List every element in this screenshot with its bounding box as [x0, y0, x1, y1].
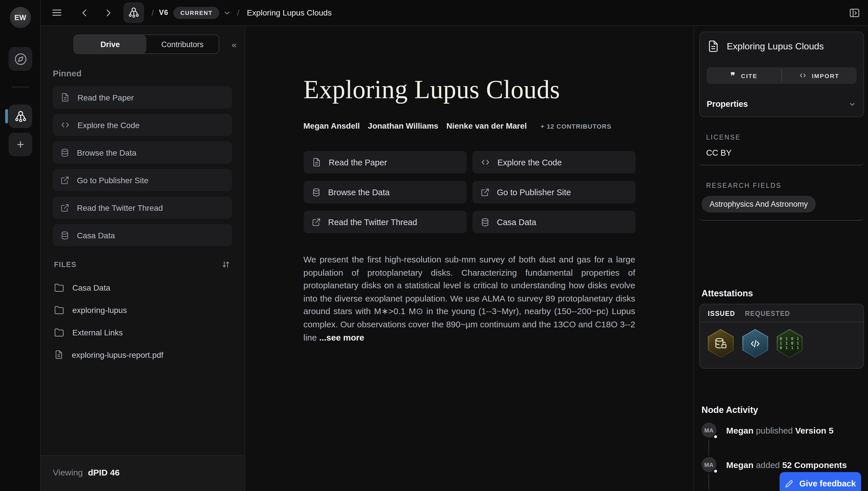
pinned-heading: Pinned: [53, 68, 244, 78]
main-content: Exploring Lupus Clouds Megan Ansdell Jon…: [245, 26, 693, 491]
sidebar-footer: Viewing dPID 46: [41, 455, 244, 491]
rail-divider: [11, 87, 29, 87]
new-node-button[interactable]: +: [9, 133, 32, 156]
file-row-exploring-lupus[interactable]: exploring-lupus: [54, 299, 232, 321]
files-heading: FILES: [54, 260, 77, 268]
pinned-item-label: Browse the Data: [77, 148, 136, 157]
open-data-badge[interactable]: [708, 329, 734, 358]
folder-icon: [54, 327, 64, 337]
external-link-icon: [60, 203, 69, 212]
pinned-item-explore-the-code[interactable]: Explore the Code: [53, 114, 232, 136]
file-row-external-links[interactable]: External Links: [54, 321, 232, 343]
code-slash-icon: [749, 337, 761, 349]
file-row-report-pdf[interactable]: exploring-lupus-report.pdf: [54, 343, 232, 366]
breadcrumb-separator: /: [237, 8, 239, 17]
author-name[interactable]: Nienke van der Marel: [446, 121, 527, 131]
database-icon: [60, 231, 69, 240]
go-to-publisher-site-button[interactable]: Go to Publisher Site: [472, 181, 635, 203]
version-dropdown-icon[interactable]: [223, 8, 231, 17]
back-button[interactable]: [79, 7, 90, 18]
pinned-item-label: Go to Publisher Site: [77, 175, 148, 184]
panel-node-title: Exploring Lupus Clouds: [727, 41, 824, 51]
pinned-item-label: Explore the Code: [78, 120, 140, 129]
pinned-item-label: Read the Paper: [78, 93, 134, 102]
version-badge[interactable]: CURRENT: [173, 7, 219, 19]
binary-badge[interactable]: 0 1 0 11 1 0 10 1 1 1: [777, 329, 803, 358]
code-icon: [799, 72, 807, 79]
author-name[interactable]: Megan Ansdell: [303, 121, 360, 131]
pinned-item-go-to-publisher-site[interactable]: Go to Publisher Site: [53, 169, 232, 191]
plus-icon: +: [17, 137, 24, 152]
action-label: Browse the Data: [328, 187, 390, 197]
action-label: Read the Twitter Thread: [328, 218, 417, 227]
abstract-body: We present the first high-resolution sub…: [303, 254, 635, 342]
app-window: EW + / V6 CURRENT / Exploring Lupus Clou…: [0, 0, 868, 491]
casa-data-button[interactable]: Casa Data: [472, 211, 635, 233]
breadcrumb-title: Exploring Lupus Clouds: [247, 8, 332, 17]
tab-issued[interactable]: ISSUED: [708, 310, 735, 317]
sort-icon[interactable]: [221, 260, 231, 269]
author-name[interactable]: Jonathan Williams: [368, 121, 439, 131]
pinned-item-browse-the-data[interactable]: Browse the Data: [53, 141, 232, 164]
code-icon: [480, 157, 490, 167]
active-nav-indicator: [5, 109, 8, 123]
explore-nav-button[interactable]: [9, 47, 32, 70]
open-code-badge[interactable]: [742, 329, 768, 358]
import-button[interactable]: IMPORT: [782, 67, 857, 84]
give-feedback-button[interactable]: Give feedback: [780, 472, 861, 491]
see-more-link[interactable]: ...see more: [319, 332, 364, 342]
viewing-label: Viewing: [53, 467, 83, 477]
pinned-list: Read the Paper Explore the Code Browse t…: [53, 86, 232, 247]
file-name: Casa Data: [72, 283, 110, 292]
menu-icon[interactable]: [51, 7, 63, 18]
file-name: External Links: [72, 328, 123, 337]
cite-button[interactable]: ❞ CITE: [707, 67, 781, 84]
node-home-button[interactable]: [123, 2, 144, 23]
chevron-down-icon: [848, 99, 857, 108]
node-activity-heading: Node Activity: [701, 405, 868, 415]
breadcrumb-separator: /: [152, 8, 154, 17]
research-field-chip[interactable]: Astrophysics And Astronomy: [701, 196, 816, 212]
pinned-item-read-the-twitter-thread[interactable]: Read the Twitter Thread: [53, 196, 232, 219]
panel-toggle-icon[interactable]: [848, 7, 861, 19]
explore-the-code-button[interactable]: Explore the Code: [472, 151, 635, 173]
external-link-icon: [60, 175, 69, 184]
user-avatar[interactable]: EW: [10, 7, 31, 28]
top-bar: / V6 CURRENT / Exploring Lupus Clouds: [41, 0, 868, 26]
action-label: Read the Paper: [329, 157, 387, 167]
node-title: Exploring Lupus Clouds: [303, 75, 635, 105]
timeline-connector: [701, 438, 868, 457]
node-nav-button[interactable]: [9, 105, 32, 128]
dpid-value: dPID 46: [88, 467, 120, 477]
properties-collapsible[interactable]: Properties: [707, 99, 857, 109]
file-icon: [54, 350, 64, 359]
file-row-casa-data[interactable]: Casa Data: [54, 276, 232, 299]
more-contributors-link[interactable]: + 12 CONTRIBUTORS: [540, 123, 611, 130]
research-fields-label: RESEARCH FIELDS: [706, 182, 868, 189]
database-unlock-icon: [714, 337, 727, 350]
file-icon: [311, 157, 321, 167]
left-rail: EW +: [0, 0, 41, 491]
action-buttons-grid: Read the Paper Explore the Code Browse t…: [303, 151, 635, 233]
forward-button[interactable]: [103, 7, 114, 18]
folder-icon: [54, 282, 64, 293]
pinned-item-casa-data[interactable]: Casa Data: [53, 224, 232, 247]
cite-label: CITE: [741, 72, 757, 79]
sidebar-tab-switcher: Drive Contributors: [73, 34, 219, 54]
read-the-paper-button[interactable]: Read the Paper: [303, 151, 467, 173]
tab-requested[interactable]: REQUESTED: [745, 310, 790, 317]
pinned-item-read-the-paper[interactable]: Read the Paper: [53, 86, 232, 109]
license-value[interactable]: CC BY: [706, 148, 868, 157]
read-the-twitter-thread-button[interactable]: Read the Twitter Thread: [303, 211, 467, 233]
database-icon: [311, 187, 321, 197]
sidebar-collapse-icon[interactable]: «: [232, 39, 237, 49]
field-underline: [699, 163, 864, 165]
pencil-icon: [785, 479, 794, 488]
license-label: LICENSE: [706, 134, 868, 141]
binary-glyph: 0 1 0 11 1 0 10 1 1 1: [780, 337, 800, 350]
tab-contributors[interactable]: Contributors: [146, 35, 219, 53]
node-card: Exploring Lupus Clouds ❞ CITE IMPORT: [699, 32, 864, 117]
activity-item: MA Megan published Version 5: [701, 423, 868, 438]
tab-drive[interactable]: Drive: [74, 35, 146, 53]
browse-the-data-button[interactable]: Browse the Data: [303, 181, 467, 203]
